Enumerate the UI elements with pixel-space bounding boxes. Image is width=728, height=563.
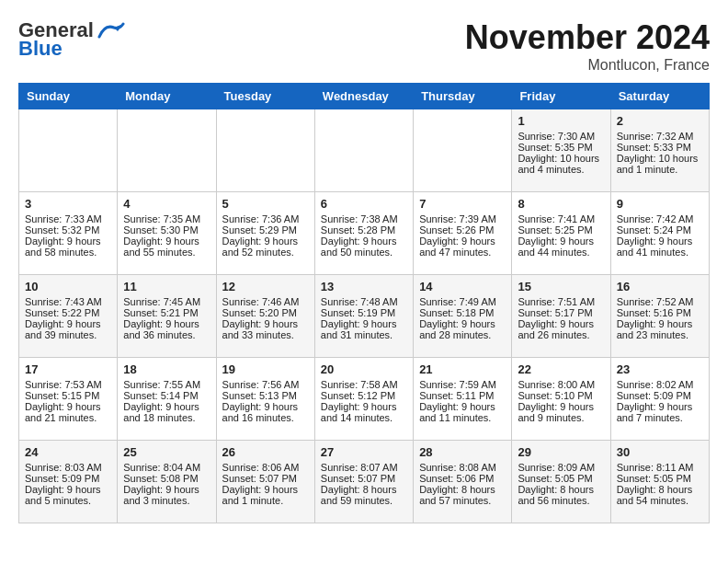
- header-cell-thursday: Thursday: [414, 84, 512, 109]
- day-info: Sunset: 5:11 PM: [419, 390, 506, 401]
- day-info: Daylight: 9 hours: [617, 401, 703, 412]
- day-info: Daylight: 9 hours: [25, 318, 111, 329]
- day-info: Sunset: 5:09 PM: [617, 390, 703, 401]
- day-number: 22: [518, 362, 604, 376]
- day-info: Sunrise: 8:11 AM: [617, 462, 703, 473]
- day-cell: 21Sunrise: 7:59 AMSunset: 5:11 PMDayligh…: [414, 358, 512, 441]
- day-number: 21: [419, 362, 506, 376]
- day-info: Sunrise: 7:39 AM: [419, 213, 506, 224]
- day-info: Sunset: 5:08 PM: [123, 473, 210, 484]
- day-info: Sunrise: 8:02 AM: [617, 379, 703, 390]
- day-number: 28: [419, 445, 506, 459]
- day-info: Sunset: 5:09 PM: [25, 473, 111, 484]
- day-info: Daylight: 9 hours: [222, 401, 309, 412]
- day-number: 11: [123, 280, 210, 293]
- day-info: and 57 minutes.: [419, 495, 506, 506]
- day-info: and 41 minutes.: [617, 247, 703, 258]
- week-row-2: 3Sunrise: 7:33 AMSunset: 5:32 PMDaylight…: [19, 192, 710, 275]
- day-cell: [118, 109, 216, 192]
- day-info: and 21 minutes.: [25, 412, 111, 423]
- day-number: 9: [617, 197, 703, 211]
- day-cell: 6Sunrise: 7:38 AMSunset: 5:28 PMDaylight…: [314, 192, 413, 275]
- day-cell: 24Sunrise: 8:03 AMSunset: 5:09 PMDayligh…: [19, 441, 118, 523]
- day-info: Daylight: 9 hours: [222, 318, 309, 329]
- calendar-table: SundayMondayTuesdayWednesdayThursdayFrid…: [18, 83, 710, 523]
- day-cell: 3Sunrise: 7:33 AMSunset: 5:32 PMDaylight…: [19, 192, 118, 275]
- week-row-1: 1Sunrise: 7:30 AMSunset: 5:35 PMDaylight…: [19, 109, 710, 192]
- header: General Blue November 2024 Montlucon, Fr…: [18, 18, 710, 74]
- day-cell: 11Sunrise: 7:45 AMSunset: 5:21 PMDayligh…: [118, 275, 216, 358]
- day-info: Sunset: 5:13 PM: [222, 390, 309, 401]
- logo-blue-text: Blue: [18, 37, 63, 61]
- logo-bird-icon: [97, 20, 125, 40]
- day-info: Daylight: 9 hours: [25, 401, 111, 412]
- day-info: Sunset: 5:07 PM: [321, 473, 407, 484]
- day-info: Daylight: 8 hours: [617, 484, 703, 495]
- day-cell: 5Sunrise: 7:36 AMSunset: 5:29 PMDaylight…: [216, 192, 314, 275]
- day-cell: 16Sunrise: 7:52 AMSunset: 5:16 PMDayligh…: [610, 275, 709, 358]
- location-title: Montlucon, France: [465, 57, 710, 74]
- day-cell: 22Sunrise: 8:00 AMSunset: 5:10 PMDayligh…: [512, 358, 610, 441]
- day-info: Sunset: 5:17 PM: [518, 307, 604, 318]
- day-number: 14: [419, 280, 506, 293]
- day-cell: 10Sunrise: 7:43 AMSunset: 5:22 PMDayligh…: [19, 275, 118, 358]
- day-info: Sunrise: 8:06 AM: [222, 462, 309, 473]
- day-info: Sunrise: 7:30 AM: [518, 131, 604, 142]
- day-number: 7: [419, 197, 506, 211]
- day-info: Sunset: 5:05 PM: [518, 473, 604, 484]
- day-info: Sunrise: 7:36 AM: [222, 213, 309, 224]
- day-number: 25: [123, 445, 210, 459]
- day-cell: 17Sunrise: 7:53 AMSunset: 5:15 PMDayligh…: [19, 358, 118, 441]
- day-info: Sunset: 5:14 PM: [123, 390, 210, 401]
- day-info: Daylight: 8 hours: [518, 484, 604, 495]
- day-info: Daylight: 9 hours: [617, 318, 703, 329]
- day-number: 23: [617, 362, 703, 376]
- day-info: Sunset: 5:22 PM: [25, 307, 111, 318]
- day-info: Sunrise: 7:56 AM: [222, 379, 309, 390]
- day-info: Sunset: 5:25 PM: [518, 224, 604, 236]
- day-number: 12: [222, 280, 309, 293]
- day-cell: 26Sunrise: 8:06 AMSunset: 5:07 PMDayligh…: [216, 441, 314, 523]
- day-cell: 7Sunrise: 7:39 AMSunset: 5:26 PMDaylight…: [414, 192, 512, 275]
- day-number: 15: [518, 280, 604, 293]
- day-info: Sunset: 5:29 PM: [222, 224, 309, 236]
- day-info: and 31 minutes.: [321, 329, 407, 340]
- day-cell: 9Sunrise: 7:42 AMSunset: 5:24 PMDaylight…: [610, 192, 709, 275]
- header-cell-friday: Friday: [512, 84, 610, 109]
- day-cell: [216, 109, 314, 192]
- day-info: Sunset: 5:05 PM: [617, 473, 703, 484]
- day-info: Sunrise: 7:59 AM: [419, 379, 506, 390]
- day-info: and 7 minutes.: [617, 412, 703, 423]
- day-info: Daylight: 9 hours: [518, 401, 604, 412]
- day-info: Sunrise: 7:49 AM: [419, 296, 506, 307]
- day-info: Sunset: 5:26 PM: [419, 224, 506, 236]
- day-number: 4: [123, 197, 210, 211]
- day-info: Sunrise: 7:58 AM: [321, 379, 407, 390]
- day-info: Daylight: 9 hours: [321, 318, 407, 329]
- day-number: 16: [617, 280, 703, 293]
- header-cell-sunday: Sunday: [19, 84, 118, 109]
- week-row-4: 17Sunrise: 7:53 AMSunset: 5:15 PMDayligh…: [19, 358, 710, 441]
- day-cell: 25Sunrise: 8:04 AMSunset: 5:08 PMDayligh…: [118, 441, 216, 523]
- day-info: Daylight: 9 hours: [419, 318, 506, 329]
- day-cell: 12Sunrise: 7:46 AMSunset: 5:20 PMDayligh…: [216, 275, 314, 358]
- day-info: Daylight: 9 hours: [123, 484, 210, 495]
- day-info: Daylight: 9 hours: [25, 484, 111, 495]
- day-info: Daylight: 8 hours: [419, 484, 506, 495]
- day-info: Sunrise: 7:46 AM: [222, 296, 309, 307]
- day-info: Sunrise: 8:08 AM: [419, 462, 506, 473]
- day-number: 30: [617, 445, 703, 459]
- day-info: and 18 minutes.: [123, 412, 210, 423]
- day-number: 20: [321, 362, 407, 376]
- day-info: Sunset: 5:19 PM: [321, 307, 407, 318]
- day-info: Daylight: 8 hours: [321, 484, 407, 495]
- day-info: and 39 minutes.: [25, 329, 111, 340]
- day-info: Sunrise: 7:48 AM: [321, 296, 407, 307]
- title-area: November 2024 Montlucon, France: [465, 18, 710, 74]
- day-info: and 54 minutes.: [617, 495, 703, 506]
- day-info: Sunrise: 7:51 AM: [518, 296, 604, 307]
- day-info: Daylight: 9 hours: [518, 318, 604, 329]
- day-cell: 28Sunrise: 8:08 AMSunset: 5:06 PMDayligh…: [414, 441, 512, 523]
- day-info: and 33 minutes.: [222, 329, 309, 340]
- day-cell: 14Sunrise: 7:49 AMSunset: 5:18 PMDayligh…: [414, 275, 512, 358]
